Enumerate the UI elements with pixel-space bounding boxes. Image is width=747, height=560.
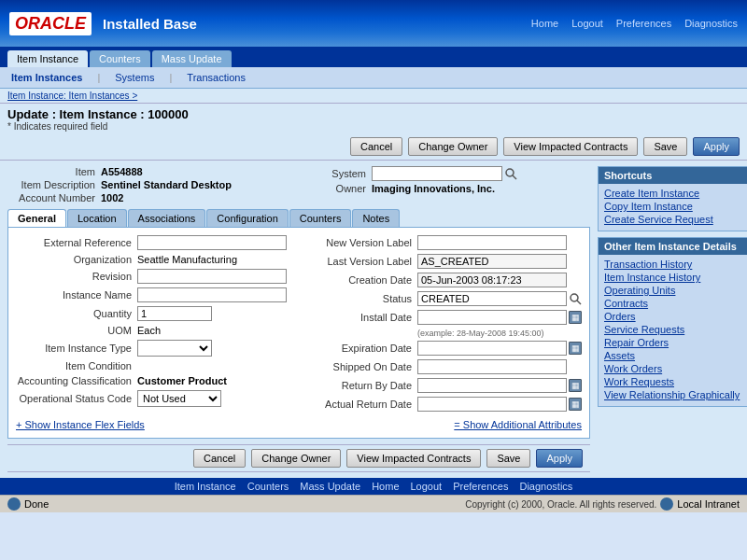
diagnostics-link[interactable]: Diagnostics xyxy=(684,18,738,29)
expiration-date-input[interactable] xyxy=(417,341,567,356)
external-ref-input[interactable] xyxy=(137,235,287,250)
create-service-request-link[interactable]: Create Service Request xyxy=(604,214,713,225)
change-owner-button-bottom[interactable]: Change Owner xyxy=(251,449,341,468)
left-panel: Item A554888 Item Description Sentinel S… xyxy=(7,166,590,472)
description-row: Item Description Sentinel Standard Deskt… xyxy=(7,179,232,190)
list-item: Create Item Instance xyxy=(604,188,745,199)
copy-item-instance-link[interactable]: Copy Item Instance xyxy=(604,201,693,212)
subtab-transactions[interactable]: Transactions xyxy=(183,70,249,85)
status-search-icon[interactable] xyxy=(569,292,582,305)
uom-value: Each xyxy=(137,325,161,336)
form-tab-associations[interactable]: Associations xyxy=(128,209,206,227)
show-flex-fields-link[interactable]: + Show Instance Flex Fields xyxy=(16,419,145,430)
footer-nav: Item Instance Counters Mass Update Home … xyxy=(0,478,747,495)
view-relationship-graphically-link[interactable]: View Relationship Graphically xyxy=(604,389,740,400)
form-tab-location[interactable]: Location xyxy=(67,209,127,227)
form-tab-notes[interactable]: Notes xyxy=(352,209,400,227)
transaction-history-link[interactable]: Transaction History xyxy=(604,259,692,270)
form-two-col: External Reference Organization Seattle … xyxy=(16,235,582,415)
list-item: Operating Units xyxy=(604,285,745,296)
shipped-on-input[interactable] xyxy=(417,359,567,374)
form-tab-configuration[interactable]: Configuration xyxy=(206,209,288,227)
list-item: Create Service Request xyxy=(604,214,745,225)
list-item: Assets xyxy=(604,350,745,361)
actual-return-input[interactable] xyxy=(417,397,567,412)
list-item: Orders xyxy=(604,311,745,322)
logout-link[interactable]: Logout xyxy=(571,18,603,29)
apply-button-top[interactable]: Apply xyxy=(693,137,740,156)
tab-item-instance[interactable]: Item Instance xyxy=(7,50,88,67)
view-impacted-button-bottom[interactable]: View Impacted Contracts xyxy=(346,449,481,468)
footer-home-link[interactable]: Home xyxy=(372,481,399,492)
home-link[interactable]: Home xyxy=(531,18,558,29)
revision-input[interactable] xyxy=(137,269,287,284)
svg-line-1 xyxy=(513,175,516,179)
breadcrumb-link[interactable]: Item Instance: Item Instances > xyxy=(7,91,137,101)
save-button-bottom[interactable]: Save xyxy=(486,449,530,468)
preferences-link[interactable]: Preferences xyxy=(616,18,671,29)
cancel-button-top[interactable]: Cancel xyxy=(350,137,402,156)
return-by-calendar-icon[interactable]: ▦ xyxy=(569,379,582,392)
form-tab-counters[interactable]: Counters xyxy=(289,209,352,227)
repair-orders-link[interactable]: Repair Orders xyxy=(604,337,669,348)
instance-name-input[interactable] xyxy=(137,287,287,302)
assets-link[interactable]: Assets xyxy=(604,350,635,361)
form-tab-general[interactable]: General xyxy=(7,209,66,227)
shortcuts-panel: Shortcuts Create Item Instance Copy Item… xyxy=(598,166,747,231)
external-ref-row: External Reference xyxy=(16,235,287,250)
list-item: Item Instance History xyxy=(604,272,745,283)
install-date-row: Install Date ▦ xyxy=(296,310,582,325)
quantity-input[interactable] xyxy=(137,306,212,321)
last-version-input[interactable] xyxy=(417,254,567,269)
apply-button-bottom[interactable]: Apply xyxy=(536,449,583,468)
actual-return-calendar-icon[interactable]: ▦ xyxy=(569,398,582,411)
status-input[interactable] xyxy=(417,291,567,306)
footer-diagnostics-link[interactable]: Diagnostics xyxy=(519,481,572,492)
contracts-link[interactable]: Contracts xyxy=(604,298,648,309)
system-search-icon[interactable] xyxy=(504,167,517,180)
expiration-date-calendar-icon[interactable]: ▦ xyxy=(569,342,582,355)
footer-item-instance-link[interactable]: Item Instance xyxy=(175,481,236,492)
work-requests-link[interactable]: Work Requests xyxy=(604,376,674,387)
instance-type-select[interactable] xyxy=(137,340,212,357)
subtab-item-instances[interactable]: Item Instances xyxy=(7,70,86,85)
install-date-input[interactable] xyxy=(417,310,567,325)
footer-counters-link[interactable]: Counters xyxy=(247,481,289,492)
operating-units-link[interactable]: Operating Units xyxy=(604,285,675,296)
orders-link[interactable]: Orders xyxy=(604,311,636,322)
footer-mass-update-link[interactable]: Mass Update xyxy=(300,481,360,492)
system-label: System xyxy=(278,168,372,179)
other-details-panel: Other Item Instance Details Transaction … xyxy=(598,237,747,407)
item-condition-row: Item Condition xyxy=(16,360,287,371)
system-input[interactable] xyxy=(372,166,502,181)
work-orders-link[interactable]: Work Orders xyxy=(604,363,662,374)
item-label: Item xyxy=(7,166,101,177)
actual-return-label: Actual Return Date xyxy=(296,399,417,410)
description-label: Item Description xyxy=(7,179,101,190)
operational-status-row: Operational Status Code Not Used xyxy=(16,390,287,407)
new-version-input[interactable] xyxy=(417,235,567,250)
footer-preferences-link[interactable]: Preferences xyxy=(453,481,508,492)
return-by-input[interactable] xyxy=(417,378,567,393)
instance-name-row: Instance Name xyxy=(16,287,287,302)
install-date-calendar-icon[interactable]: ▦ xyxy=(569,311,582,324)
change-owner-button-top[interactable]: Change Owner xyxy=(408,137,498,156)
item-instance-history-link[interactable]: Item Instance History xyxy=(604,272,700,283)
operational-status-label: Operational Status Code xyxy=(16,393,137,404)
tab-mass-update[interactable]: Mass Update xyxy=(152,50,232,67)
tab-counters[interactable]: Counters xyxy=(90,50,150,67)
subtab-systems[interactable]: Systems xyxy=(111,70,158,85)
org-row: Organization Seattle Manufacturing xyxy=(16,254,287,265)
top-nav: Item Instance Counters Mass Update xyxy=(0,47,747,67)
creation-date-label: Creation Date xyxy=(296,274,417,286)
footer-logout-link[interactable]: Logout xyxy=(411,481,443,492)
create-item-instance-link[interactable]: Create Item Instance xyxy=(604,188,699,199)
cancel-button-bottom[interactable]: Cancel xyxy=(193,449,246,468)
view-impacted-button-top[interactable]: View Impacted Contracts xyxy=(503,137,638,156)
show-additional-attributes-link[interactable]: = Show Additional Attributes xyxy=(454,419,582,430)
form-tabs: General Location Associations Configurat… xyxy=(7,209,590,227)
save-button-top[interactable]: Save xyxy=(643,137,687,156)
new-version-label: New Version Label xyxy=(296,237,417,248)
operational-status-select[interactable]: Not Used xyxy=(137,390,221,407)
service-requests-link[interactable]: Service Requests xyxy=(604,324,684,335)
